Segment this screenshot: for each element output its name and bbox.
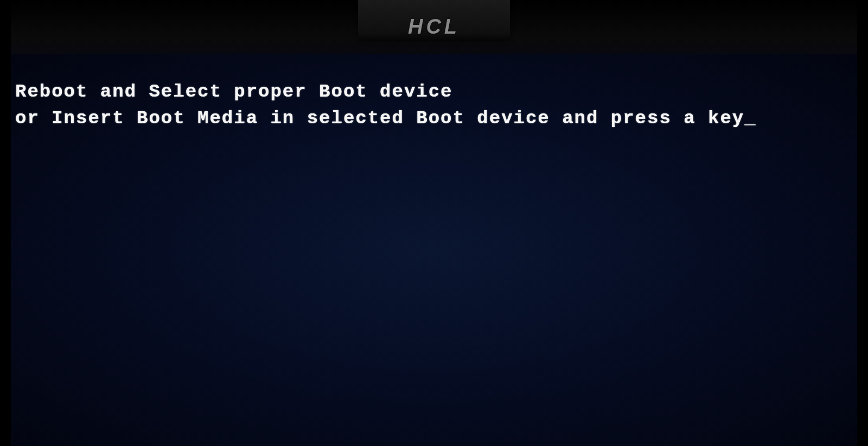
text-cursor-icon: _: [744, 105, 756, 132]
bios-message-line-2: or Insert Boot Media in selected Boot de…: [15, 108, 744, 129]
monitor-bezel-left: [0, 0, 11, 446]
bios-console-output: Reboot and Select proper Boot device or …: [11, 54, 857, 132]
screen-area[interactable]: Reboot and Select proper Boot device or …: [11, 54, 857, 446]
monitor-frame: HCL Reboot and Select proper Boot device…: [0, 0, 868, 446]
webcam-housing: HCL: [358, 0, 510, 41]
bios-message-line-1: Reboot and Select proper Boot device: [15, 81, 453, 102]
monitor-brand-logo: HCL: [408, 15, 460, 39]
monitor-bezel-right: [857, 0, 868, 446]
